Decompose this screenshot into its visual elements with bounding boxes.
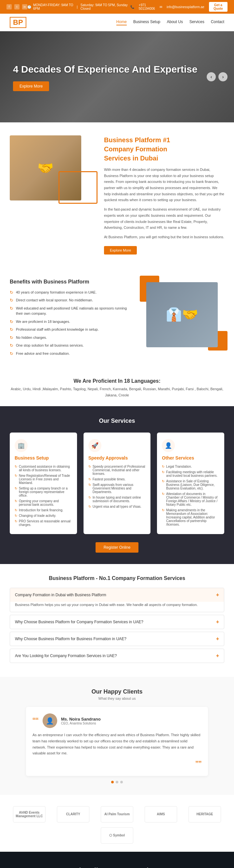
list-item: Setting up a company branch or a foreign… xyxy=(14,486,72,498)
faq-toggle-3: + xyxy=(216,636,219,642)
instagram-icon[interactable]: in xyxy=(22,4,27,9)
services-heading: Our Services xyxy=(10,417,224,425)
facebook-icon[interactable]: f xyxy=(6,4,12,9)
client-logo-4: AIMS xyxy=(145,806,177,823)
hours-text: MONDAY-FRIDAY: 9AM TO 6PM xyxy=(33,3,74,10)
client-logo-3: Al Palm Tourism xyxy=(101,806,133,823)
client-logo-1: AhND Events Management LLC xyxy=(13,806,45,823)
list-item: In house typing and instant online submi… xyxy=(89,495,146,504)
newsletter-section: Subscribe to our newsletter Get Notifica… xyxy=(0,852,234,868)
testimonials-heading: Our Happy Clients xyxy=(10,688,224,695)
languages-list: Arabic, Urdu, Hindi ,Malayalm, Pashto, T… xyxy=(10,386,224,398)
services-section: Our Services 🏢 Business Setup Customised… xyxy=(0,406,234,564)
about-image: 🤝 xyxy=(10,135,94,200)
faq-toggle-4: + xyxy=(216,653,219,659)
benefit-icon: ↻ xyxy=(10,351,13,356)
hero-prev-button[interactable]: ‹ xyxy=(207,72,216,81)
benefit-item-7: ↻ One stop solution for all business ser… xyxy=(10,343,133,348)
list-item: Legal Translation. xyxy=(162,464,220,469)
list-item: Fastest possible times. xyxy=(89,476,146,482)
about-section: 🤝 Business Platform #1 Company Formation… xyxy=(0,122,234,268)
testimonial-dots xyxy=(10,781,224,783)
hero-section: 4 Decades Of Experience And Expertise Ex… xyxy=(0,31,234,122)
clients-section: AhND Events Management LLC CLARITY Al Pa… xyxy=(0,795,234,852)
register-online-button[interactable]: Register Online xyxy=(96,542,139,553)
benefit-item-1: ↻ 40 years of company formation experien… xyxy=(10,290,133,295)
about-image-border xyxy=(59,171,98,204)
languages-section: We Are Proficient In 18 Languages: Arabi… xyxy=(0,370,234,406)
languages-heading: We Are Proficient In 18 Languages: xyxy=(10,378,224,384)
list-item: Making amendments in the Memorandum of A… xyxy=(162,507,220,527)
nav-business-setup[interactable]: Business Setup xyxy=(133,20,160,25)
benefit-item-4: ↻ We are proficient in 18 languages. xyxy=(10,319,133,324)
benefits-heading: Benefits with Business Platform xyxy=(10,279,133,285)
benefit-icon: ↻ xyxy=(10,327,13,332)
benefits-image-container: 👔🤝 xyxy=(143,279,224,347)
hero-navigation: ‹ › xyxy=(207,72,228,81)
about-para2: In the fast-paced and dynamic business e… xyxy=(104,206,224,231)
testimonial-info: Ms. Noira Sandrano CEO, Anantria Solutio… xyxy=(61,717,101,725)
benefit-text: Well educated and well positioned UAE na… xyxy=(16,306,133,316)
benefits-section: Benefits with Business Platform ↻ 40 yea… xyxy=(0,268,234,370)
top-bar: f t in 🕐 MONDAY-FRIDAY: 9AM TO 6PM | Sat… xyxy=(0,0,234,14)
list-item: Assistance in Sale of Existing Business … xyxy=(162,478,220,491)
about-explore-button[interactable]: Explore More xyxy=(104,246,137,254)
quote-close-icon: ”” xyxy=(33,759,201,769)
get-quote-button[interactable]: Get a Quote xyxy=(209,2,228,12)
dot-1[interactable] xyxy=(111,781,114,783)
testimonial-card-1: ““ 👤 Ms. Noira Sandrano CEO, Anantria So… xyxy=(26,707,208,776)
about-heading-line1: Business Platform #1 xyxy=(104,136,170,144)
faq-item-3: Why Choose Business Platform for Busines… xyxy=(10,632,224,646)
faq-answer-1: Business Platform helps you set up your … xyxy=(10,602,224,612)
hero-title: 4 Decades Of Experience And Expertise xyxy=(13,63,197,75)
faq-answer-text-1: Business Platform helps you set up your … xyxy=(15,602,219,608)
hours2-text: Saturday: 9AM TO 5PM, Sunday Closed xyxy=(80,3,130,10)
twitter-icon[interactable]: t xyxy=(14,4,20,9)
phone-number: +971 501194006 xyxy=(139,3,155,10)
dot-2[interactable] xyxy=(116,781,118,783)
faq-item-1: Company Formation in Dubai with Business… xyxy=(10,588,224,612)
about-para1: With more than 4 decades of company form… xyxy=(104,167,224,203)
clock-icon: 🕐 xyxy=(27,5,31,9)
speedy-approvals-icon: 🚀 xyxy=(89,439,101,452)
dot-3[interactable] xyxy=(120,781,123,783)
hero-next-button[interactable]: › xyxy=(219,72,228,81)
hero-explore-button[interactable]: Explore More xyxy=(13,81,49,91)
hero-content: 4 Decades Of Experience And Expertise Ex… xyxy=(0,53,210,101)
faq-toggle-2: + xyxy=(216,619,219,625)
faq-question-3[interactable]: Why Choose Business Platform for Busines… xyxy=(10,632,224,646)
testimonial-name: Ms. Noira Sandrano xyxy=(61,717,101,721)
benefit-text: Free advice and free consultation. xyxy=(16,351,70,356)
service-title-3: Other Services xyxy=(162,455,220,461)
services-grid: 🏢 Business Setup Customised assistance i… xyxy=(10,433,224,534)
faq-question-1[interactable]: Company Formation in Dubai with Business… xyxy=(10,588,224,602)
benefit-text: 40 years of company formation experience… xyxy=(16,290,97,295)
service-card-business-setup: 🏢 Business Setup Customised assistance i… xyxy=(10,433,77,534)
email-address: info@businessplatform.ae xyxy=(167,5,204,9)
list-item: Speedy procurement of Professional Comme… xyxy=(89,464,146,476)
benefit-icon: ↻ xyxy=(10,290,13,295)
social-links[interactable]: f t in xyxy=(6,4,27,9)
client-logo-6: ⬡ Symbol xyxy=(101,827,133,844)
service-list-1: Customised assistance in obtaining all k… xyxy=(14,464,72,528)
faq-toggle-1: + xyxy=(216,592,219,598)
faq-question-2[interactable]: Why Choose Business Platform for Company… xyxy=(10,615,224,629)
nav-home[interactable]: Home xyxy=(116,20,127,25)
faq-question-4[interactable]: Are You Looking for Company Formation Se… xyxy=(10,649,224,663)
testimonial-top: ““ 👤 Ms. Noira Sandrano CEO, Anantria So… xyxy=(33,713,201,728)
phone-icon: 📞 xyxy=(130,5,134,9)
nav-services[interactable]: Services xyxy=(190,20,204,25)
service-card-other-services: 👤 Other Services Legal Translation. Faci… xyxy=(157,433,224,534)
benefit-item-8: ↻ Free advice and free consultation. xyxy=(10,351,133,356)
benefit-icon: ↻ xyxy=(10,298,13,303)
benefit-text: We are proficient in 18 languages. xyxy=(16,319,70,324)
nav-about[interactable]: About Us xyxy=(167,20,182,25)
avatar: 👤 xyxy=(42,713,57,728)
business-hours: 🕐 MONDAY-FRIDAY: 9AM TO 6PM | Saturday: … xyxy=(27,3,130,10)
register-button-wrap: Register Online xyxy=(10,542,224,553)
navigation: BP Home Business Setup About Us Services… xyxy=(0,14,234,31)
service-list-2: Speedy procurement of Professional Comme… xyxy=(89,464,146,509)
other-services-icon: 👤 xyxy=(162,439,175,452)
nav-contact[interactable]: Contact xyxy=(211,20,224,25)
testimonials-section: Our Happy Clients What they say about us… xyxy=(0,677,234,795)
